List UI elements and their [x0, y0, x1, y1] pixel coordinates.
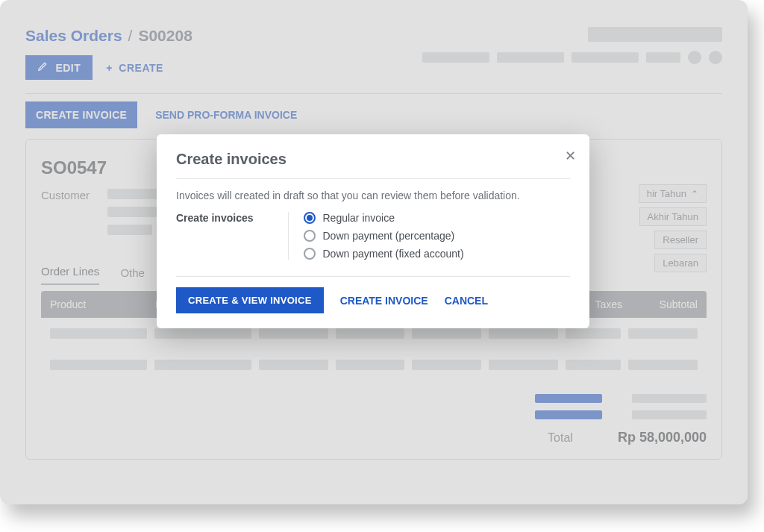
customer-label: Customer: [41, 189, 90, 201]
breadcrumb-current: S00208: [138, 27, 192, 45]
create-button[interactable]: + CREATE: [106, 62, 163, 74]
totals-block: Total Rp 58,000,000: [41, 394, 707, 445]
radio-down-payment-percentage[interactable]: Down payment (percentage): [304, 230, 464, 242]
total-value: Rp 58,000,000: [618, 430, 707, 445]
header-placeholder-blocks: [422, 27, 722, 64]
tag-list: hir Tahun⌃ Akhir Tahun Reseller Lebaran: [639, 184, 707, 272]
radio-regular-invoice[interactable]: Regular invoice: [304, 212, 464, 224]
tab-order-lines[interactable]: Order Lines: [41, 265, 99, 285]
chevron-up-icon: ⌃: [691, 189, 698, 199]
radio-label: Down payment (percentage): [323, 230, 455, 242]
edit-button-label: EDIT: [55, 62, 81, 74]
modal-subtitle: Invoices will created in draft so that y…: [176, 190, 570, 201]
tag-item[interactable]: hir Tahun⌃: [639, 184, 707, 203]
plus-icon: +: [106, 62, 113, 74]
close-icon[interactable]: ✕: [565, 148, 576, 164]
tag-item[interactable]: Lebaran: [654, 254, 707, 272]
col-subtotal: Subtotal: [622, 298, 698, 310]
send-proforma-button[interactable]: SEND PRO-FORMA INVOICE: [155, 109, 297, 121]
radio-icon: [304, 230, 316, 242]
breadcrumb-root[interactable]: Sales Orders: [25, 27, 122, 45]
col-product: Product: [50, 298, 155, 310]
tag-item[interactable]: Akhir Tahun: [639, 207, 707, 226]
cancel-button[interactable]: CANCEL: [445, 295, 488, 307]
radio-icon: [304, 248, 316, 260]
pencil-icon: [37, 61, 48, 74]
radio-label: Regular invoice: [323, 212, 395, 224]
edit-button[interactable]: EDIT: [25, 55, 93, 80]
modal-title: Create invoices: [176, 151, 570, 168]
tab-other[interactable]: Othe: [120, 266, 145, 285]
radio-down-payment-fixed[interactable]: Down payment (fixed account): [304, 248, 464, 260]
radio-icon: [304, 212, 316, 224]
radio-group-label: Create invoices: [176, 212, 254, 224]
create-button-label: CREATE: [119, 62, 163, 74]
total-label: Total: [548, 431, 573, 445]
breadcrumb-separator: /: [128, 27, 133, 45]
invoice-type-radio-group: Regular invoice Down payment (percentage…: [288, 212, 464, 260]
create-invoice-button[interactable]: CREATE INVOICE: [25, 101, 137, 128]
tag-item[interactable]: Reseller: [654, 231, 707, 249]
radio-label: Down payment (fixed account): [323, 248, 464, 260]
create-invoice-modal: Create invoices ✕ Invoices will created …: [157, 134, 589, 328]
create-and-view-invoice-button[interactable]: CREATE & VIEW INVOICE: [176, 287, 324, 313]
modal-create-invoice-button[interactable]: CREATE INVOICE: [340, 295, 428, 307]
table-row[interactable]: [41, 349, 707, 381]
